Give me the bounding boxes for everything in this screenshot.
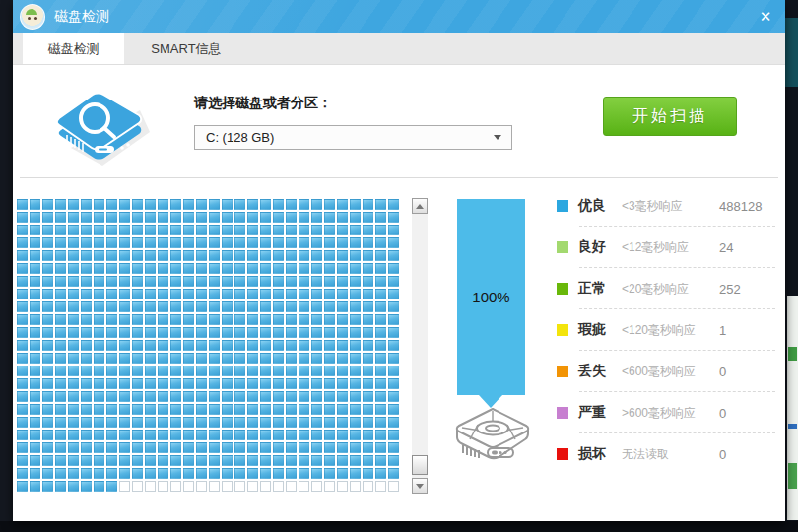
tab-disk-check[interactable]: 磁盘检测 [23, 33, 124, 64]
disk-block [388, 442, 399, 453]
disk-block [363, 327, 373, 338]
disk-block [363, 225, 373, 235]
legend-count: 24 [719, 240, 733, 255]
scroll-up-button[interactable] [412, 198, 428, 214]
legend-label: 丢失 [578, 363, 622, 380]
legend-color-swatch [557, 200, 568, 212]
disk-block [350, 263, 361, 274]
desktop-right-blue-bit [788, 424, 797, 429]
disk-block [375, 199, 386, 210]
disk-block [158, 417, 168, 428]
disk-block [94, 301, 104, 312]
disk-block [68, 327, 79, 338]
disk-block [183, 455, 194, 466]
disk-block [106, 366, 117, 376]
disk-block [388, 301, 399, 312]
disk-block [375, 289, 386, 299]
disk-block [55, 455, 66, 466]
disk-block [183, 366, 194, 376]
disk-block [209, 237, 220, 248]
disk-block [247, 430, 258, 440]
disk-block [273, 289, 284, 299]
disk-block [170, 199, 181, 210]
disk-block [81, 301, 92, 312]
disk-block [55, 468, 66, 479]
disk-block [158, 404, 168, 415]
disk-block [375, 340, 386, 351]
disk-block [145, 327, 156, 338]
disk-block [81, 237, 92, 248]
disk-block [170, 378, 181, 389]
hard-drive-outline-icon [452, 406, 533, 467]
disk-block [260, 442, 271, 453]
disk-block [68, 366, 79, 376]
disk-block [55, 225, 66, 235]
disk-block [106, 225, 117, 235]
tab-bar: 磁盘检测 SMART信息 [13, 33, 785, 65]
disk-block [132, 263, 143, 274]
disk-block [55, 263, 66, 274]
disk-block [196, 481, 207, 492]
disk-block [337, 289, 348, 299]
disk-block [30, 442, 40, 453]
disk-block [30, 199, 40, 210]
legend-row: 瑕疵<120毫秒响应1 [557, 309, 779, 351]
disk-block [145, 481, 156, 492]
disk-block [183, 430, 194, 440]
disk-block [42, 366, 53, 376]
disk-block [388, 430, 399, 440]
close-icon[interactable]: ✕ [756, 7, 775, 27]
disk-block [375, 417, 386, 428]
disk-block [119, 237, 130, 248]
tab-smart-info[interactable]: SMART信息 [124, 33, 248, 64]
legend-desc: <3毫秒响应 [622, 198, 719, 215]
disk-block [106, 404, 117, 415]
disk-block [106, 301, 117, 312]
disk-block [375, 212, 386, 223]
disk-block [55, 430, 66, 440]
legend-desc: <12毫秒响应 [622, 239, 719, 256]
disk-block [68, 430, 79, 440]
grid-scrollbar[interactable] [412, 198, 428, 494]
disk-block [234, 314, 245, 325]
legend-desc: <20毫秒响应 [622, 281, 719, 298]
disk-block [324, 378, 335, 389]
disk-block [196, 301, 207, 312]
disk-block [299, 366, 309, 376]
disk-block [260, 455, 271, 466]
disk-block [311, 340, 322, 351]
disk-block [247, 289, 258, 299]
disk-block [350, 340, 361, 351]
disk-block [209, 289, 220, 299]
disk-block [42, 430, 53, 440]
disk-block [388, 455, 399, 466]
disk-block [260, 404, 271, 415]
disk-select-dropdown[interactable]: C: (128 GB) [194, 125, 512, 150]
disk-block [337, 442, 348, 453]
disk-block [94, 314, 104, 325]
scroll-down-button[interactable] [412, 478, 428, 494]
disk-block [145, 417, 156, 428]
disk-block [106, 237, 117, 248]
disk-block [286, 225, 297, 235]
start-scan-button[interactable]: 开始扫描 [603, 97, 737, 136]
disk-block [363, 250, 373, 261]
disk-block [260, 212, 271, 223]
disk-block [183, 225, 194, 235]
legend-color-swatch [557, 366, 568, 377]
disk-block [42, 314, 53, 325]
disk-block [30, 353, 40, 364]
disk-block [68, 481, 79, 492]
disk-block [337, 314, 348, 325]
scrollbar-thumb[interactable] [412, 455, 428, 475]
disk-block [247, 327, 258, 338]
disk-block [273, 430, 284, 440]
disk-block [119, 442, 130, 453]
legend-desc: >600毫秒响应 [622, 405, 719, 422]
disk-block [375, 314, 386, 325]
disk-block [388, 340, 399, 351]
disk-block [350, 276, 361, 287]
disk-block [119, 314, 130, 325]
disk-block [286, 199, 297, 210]
disk-block [55, 314, 66, 325]
